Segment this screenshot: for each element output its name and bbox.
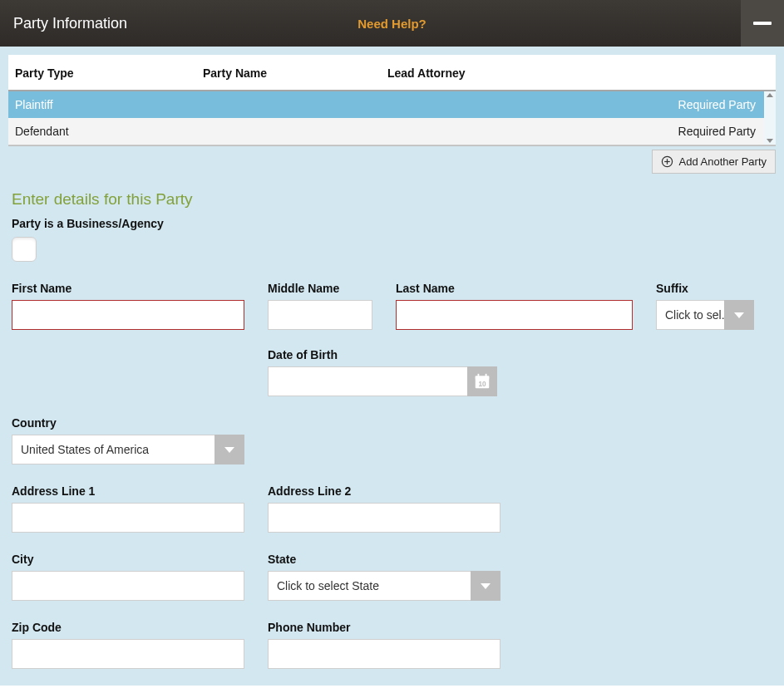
svg-text:10: 10 — [478, 381, 486, 388]
section-title: Enter details for this Party — [12, 190, 776, 209]
country-select[interactable]: United States of America — [12, 435, 244, 464]
panel-header: Party Information Need Help? — [0, 0, 784, 47]
last-name-field: Last Name — [396, 282, 633, 330]
middle-name-label: Middle Name — [268, 282, 372, 295]
scroll-down-icon — [767, 139, 773, 143]
dob-field: Date of Birth 10 — [268, 348, 497, 396]
plus-circle-icon — [661, 155, 673, 168]
state-select-value: Click to select State — [268, 571, 471, 601]
dob-label: Date of Birth — [268, 348, 497, 361]
column-party-type: Party Type — [15, 66, 203, 80]
country-dropdown-button[interactable] — [214, 435, 244, 464]
country-label: Country — [12, 416, 244, 430]
country-select-value: United States of America — [12, 435, 214, 464]
dob-calendar-button[interactable]: 10 — [467, 366, 497, 396]
address2-field: Address Line 2 — [268, 484, 500, 533]
state-select[interactable]: Click to select State — [268, 571, 500, 601]
city-label: City — [12, 553, 244, 566]
address1-field: Address Line 1 — [12, 484, 244, 533]
first-name-label: First Name — [12, 282, 244, 295]
suffix-select[interactable]: Click to sel. — [656, 300, 754, 330]
business-agency-checkbox[interactable] — [12, 237, 37, 262]
zip-field: Zip Code — [12, 621, 244, 669]
column-party-name: Party Name — [203, 66, 387, 80]
address1-label: Address Line 1 — [12, 484, 244, 498]
middle-name-field: Middle Name — [268, 282, 372, 330]
suffix-select-value: Click to sel. — [656, 300, 724, 330]
help-link[interactable]: Need Help? — [357, 17, 427, 31]
suffix-field: Suffix Click to sel. — [656, 282, 754, 330]
last-name-label: Last Name — [396, 282, 633, 295]
address1-input[interactable] — [12, 503, 244, 533]
chevron-down-icon — [224, 447, 234, 453]
minimize-icon — [753, 22, 772, 25]
add-another-party-button[interactable]: Add Another Party — [652, 150, 776, 174]
collapse-button[interactable] — [741, 0, 784, 47]
svg-rect-6 — [486, 374, 487, 378]
zip-label: Zip Code — [12, 621, 244, 634]
phone-label: Phone Number — [268, 621, 500, 634]
state-dropdown-button[interactable] — [471, 571, 500, 601]
cell-status: Required Party — [678, 98, 756, 111]
table-row[interactable]: Plaintiff Required Party — [8, 91, 776, 118]
svg-rect-4 — [476, 376, 490, 380]
address2-input[interactable] — [268, 503, 500, 533]
cell-status: Required Party — [678, 125, 756, 138]
calendar-icon: 10 — [473, 372, 491, 391]
table-scrollbar[interactable] — [764, 91, 776, 145]
chevron-down-icon — [481, 583, 491, 589]
middle-name-input[interactable] — [268, 300, 372, 330]
phone-input[interactable] — [268, 639, 500, 669]
chevron-down-icon — [734, 312, 744, 318]
party-information-panel: Party Information Need Help? Party Type … — [0, 0, 784, 686]
state-label: State — [268, 553, 500, 566]
first-name-input[interactable] — [12, 300, 244, 330]
table-body: Plaintiff Required Party Defendant Requi… — [8, 90, 776, 145]
phone-field: Phone Number — [268, 621, 500, 669]
cell-party-type: Plaintiff — [15, 98, 53, 111]
cell-party-type: Defendant — [15, 125, 69, 138]
dob-input[interactable] — [268, 366, 467, 396]
table-header-row: Party Type Party Name Lead Attorney — [8, 55, 776, 90]
suffix-dropdown-button[interactable] — [724, 300, 754, 330]
add-row-container: Add Another Party — [8, 146, 776, 174]
party-form: First Name Middle Name Last Name Suffix … — [8, 262, 776, 669]
city-field: City — [12, 553, 244, 601]
last-name-input[interactable] — [396, 300, 633, 330]
business-agency-label: Party is a Business/Agency — [12, 217, 776, 230]
zip-input[interactable] — [12, 639, 244, 669]
add-button-label: Add Another Party — [678, 155, 767, 168]
panel-body: Party Type Party Name Lead Attorney Plai… — [0, 47, 784, 686]
first-name-field: First Name — [12, 282, 244, 330]
state-field: State Click to select State — [268, 553, 500, 601]
party-table: Party Type Party Name Lead Attorney Plai… — [8, 55, 776, 146]
country-field: Country United States of America — [12, 416, 244, 464]
city-input[interactable] — [12, 571, 244, 601]
address2-label: Address Line 2 — [268, 484, 500, 498]
panel-title: Party Information — [13, 15, 127, 32]
svg-rect-5 — [478, 374, 480, 378]
table-row[interactable]: Defendant Required Party — [8, 118, 776, 145]
column-lead-attorney: Lead Attorney — [387, 66, 769, 80]
suffix-label: Suffix — [656, 282, 754, 295]
scroll-up-icon — [767, 93, 773, 97]
